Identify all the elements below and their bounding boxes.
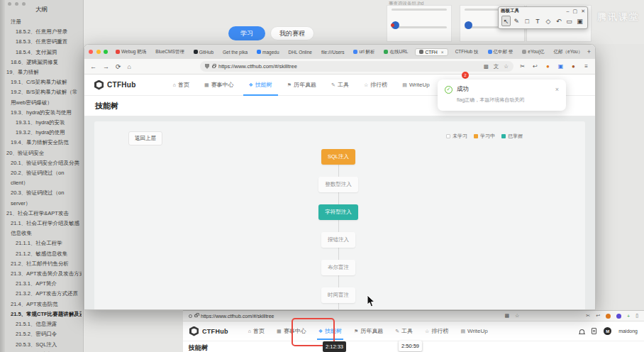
nav-item-rank[interactable]: ☆排行榜 <box>364 81 387 89</box>
outline-item[interactable]: 21.1.2、敏感信息收集 <box>0 249 82 259</box>
outline-item[interactable]: 20、验证码安全 <box>0 148 82 158</box>
bookmark-star-icon[interactable]: ☆ <box>504 63 509 70</box>
translate-page-icon[interactable]: 文 <box>494 63 499 70</box>
browser-tab[interactable]: Webug 靶场 <box>113 48 148 57</box>
window-controls[interactable] <box>8 2 26 6</box>
outline-item[interactable]: 21.3.1、APT简介 <box>0 279 82 289</box>
url-text[interactable]: https://www.ctfhub.com/#/skilltree <box>218 63 479 70</box>
browser-tab[interactable]: url 解析 <box>351 48 377 57</box>
outline-item[interactable]: 21.3、APT攻击简介及攻击方式还 <box>0 269 82 279</box>
outline-item[interactable]: 20.3、验证码绕过（on server） <box>0 188 82 208</box>
outline-item[interactable]: 21.5.2、密码口令 <box>0 329 82 339</box>
browser-tab[interactable]: 亿中邮 登 <box>486 48 516 57</box>
browser-tab[interactable]: eYou(亿 <box>520 48 546 57</box>
outline-item[interactable]: 19.3、hydra的安装与使用 <box>0 108 82 118</box>
text-tool-icon[interactable]: T <box>533 16 543 26</box>
skill-node[interactable]: SQL注入 <box>321 149 355 165</box>
menu-icon[interactable]: ≡ <box>583 63 589 70</box>
back-up-button[interactable]: 返回上层 <box>128 131 162 145</box>
outline-item[interactable]: 19.3.2、hydra的使用 <box>0 128 82 138</box>
browser-tab[interactable]: file:///Users <box>319 48 347 56</box>
outline-item[interactable]: 20.1、验证码安全介绍及分类 <box>0 158 82 168</box>
nav-item-tools[interactable]: ✎工具 <box>331 81 349 89</box>
new-tab-button[interactable]: + <box>587 48 591 55</box>
preview-nav-item-papers[interactable]: ⚑历年真题 <box>354 327 383 335</box>
browser-tab[interactable]: DHL Online <box>287 48 314 56</box>
traffic-lights[interactable] <box>89 50 108 54</box>
nav-item-skilltree[interactable]: ❖技能树 <box>249 81 272 89</box>
outline-item[interactable]: 18.5.3、任意密码重置 <box>0 37 82 47</box>
skill-node[interactable]: 字符型注入 <box>318 204 358 220</box>
screenshot-icon[interactable]: ✂ <box>519 63 526 70</box>
learn-button[interactable]: 学习 <box>228 26 265 40</box>
outline-item[interactable]: 注册 <box>0 17 82 27</box>
rectangle-tool-icon[interactable]: □ <box>523 16 532 26</box>
nav-item-papers[interactable]: ⚑历年真题 <box>287 81 316 89</box>
outline-item[interactable]: 20.5.3、SQL注入 <box>0 340 82 350</box>
outline-item[interactable]: 21.1、社会工程学介绍及敏感信息收集 <box>0 219 82 238</box>
browser-tab[interactable]: GitHub <box>191 48 216 56</box>
preview-nav-item-rank[interactable]: ☆排行榜 <box>425 327 448 335</box>
outline-item[interactable]: 18.5.4、支付漏洞 <box>0 48 82 57</box>
outline-item[interactable]: 21.5.1、信息泄露 <box>0 319 82 329</box>
my-schedule-button[interactable]: 我的赛程 <box>270 26 314 40</box>
preview-nav-item-writeup[interactable]: ▤WriteUp <box>460 328 487 334</box>
toast-close-icon[interactable]: × <box>555 86 559 93</box>
skill-node[interactable]: 布尔盲注 <box>321 260 355 275</box>
shield-icon[interactable] <box>205 64 209 69</box>
preview-nav-item-home[interactable]: ⌂首页 <box>248 327 265 335</box>
background-card <box>387 5 452 42</box>
translate-ext-icon[interactable]: ▣ <box>557 63 564 70</box>
save-tool-icon[interactable]: ▣ <box>575 16 584 26</box>
browser-tab[interactable]: CTFHub 技 <box>453 48 481 57</box>
url-input[interactable]: https://www.ctfhub.com/#/skilltree ▩文☆ <box>200 61 513 72</box>
outline-item[interactable]: 19.1、C/S架构暴力破解 <box>0 77 82 87</box>
forward-icon[interactable]: → <box>103 63 109 70</box>
outline-item[interactable]: 19.4、暴力猜解安全防范 <box>0 138 82 148</box>
nav-item-home[interactable]: ⌂首页 <box>173 81 189 89</box>
browser-tab[interactable]: BlueCMS管理 <box>153 48 186 57</box>
browser-tab[interactable]: 在线URL <box>382 48 410 57</box>
qr-grid-icon[interactable]: ▩ <box>484 63 489 70</box>
outline-item[interactable]: 18.5.2、任意用户登录 <box>0 27 82 37</box>
skill-node[interactable]: 报错注入 <box>321 232 355 248</box>
outline-item[interactable]: 19.3.1、hydra的安装 <box>0 118 82 128</box>
browser-tab[interactable]: 亿邮（eYou） <box>552 48 585 57</box>
eraser-tool-icon[interactable]: ◇ <box>543 16 553 26</box>
skill-node[interactable]: 时间盲注 <box>321 287 355 303</box>
browser-tab[interactable]: magedu <box>255 48 282 56</box>
nav-item-events[interactable]: ▦赛事中心 <box>204 81 234 89</box>
browser-tab[interactable]: CTFH× <box>415 48 448 56</box>
undo-icon[interactable]: ↩ <box>532 63 538 70</box>
home-icon[interactable]: ⌂ <box>128 63 131 70</box>
browser-tab[interactable]: Get the pika <box>221 48 250 56</box>
pencil-tool-icon[interactable]: ✎ <box>512 16 521 26</box>
outline-item[interactable]: 21.2、社工邮件钓鱼分析 <box>0 259 82 269</box>
outline-item[interactable]: 20.2、验证码绕过（on client） <box>0 168 82 188</box>
ctfhub-logo-icon[interactable] <box>94 80 104 90</box>
outline-item[interactable]: 21.4、APT攻击防范 <box>0 299 82 309</box>
minimize-icon[interactable]: – <box>567 8 570 14</box>
outline-item[interactable]: 21.3.2、APT攻击方式还原 <box>0 289 82 299</box>
undo-tool-icon[interactable]: ↶ <box>554 16 563 26</box>
outline-item[interactable]: 21、社会工程学&APT攻击 <box>0 209 82 219</box>
back-icon[interactable]: ← <box>90 63 96 70</box>
outline-item[interactable]: 19.2、B/S架构暴力破解（常用web密码爆破） <box>0 87 82 107</box>
outline-item[interactable]: 18.6、逻辑漏洞修复 <box>0 57 82 67</box>
cursor-tool-icon[interactable]: ↖ <box>501 16 511 26</box>
outline-item[interactable]: 21.1.1、社会工程学 <box>0 238 82 248</box>
tab-close-icon[interactable]: × <box>441 50 444 55</box>
preview-nav-item-tools[interactable]: ✎工具 <box>395 327 413 335</box>
screen-tool-icon[interactable]: ▭ <box>565 16 574 26</box>
reload-icon[interactable]: ⟳ <box>116 63 121 70</box>
maximize-icon[interactable]: ▢ <box>573 8 578 14</box>
ext-icon[interactable]: ● <box>570 63 577 70</box>
close-icon[interactable]: ✕ <box>581 8 585 14</box>
nav-item-writeup[interactable]: ▤WriteUp <box>402 82 429 88</box>
skill-node[interactable]: 整数型注入 <box>318 177 358 192</box>
proxy-ext-icon[interactable]: ● <box>545 63 551 70</box>
brand-name[interactable]: CTFHub <box>107 81 136 89</box>
outline-item[interactable]: 21.5、常规CTF比赛题讲解及还原 <box>0 309 82 319</box>
flag-icon: ⚑ <box>287 82 292 88</box>
outline-item[interactable]: 19、暴力猜解 <box>0 67 82 77</box>
